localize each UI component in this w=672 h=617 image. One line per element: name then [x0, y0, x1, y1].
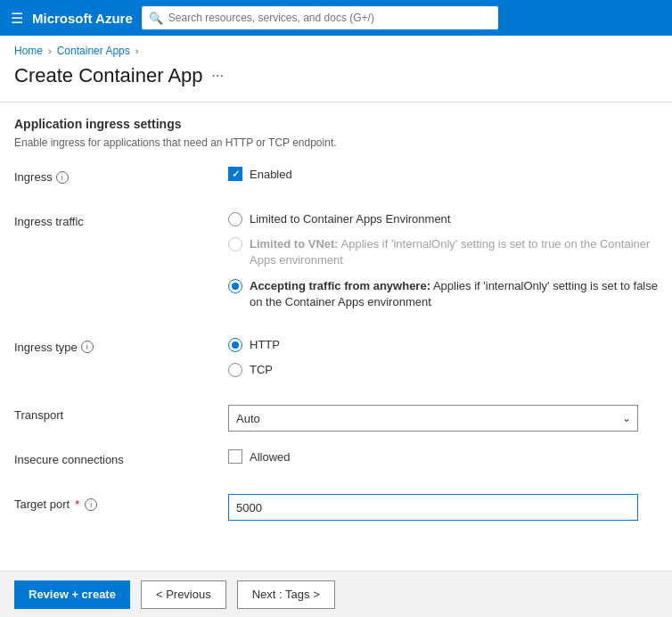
page-title: Create Container App [14, 64, 203, 87]
search-input[interactable] [168, 12, 491, 24]
hamburger-menu[interactable]: ☰ [11, 10, 23, 27]
target-port-info-icon[interactable]: i [85, 498, 97, 511]
target-port-control [228, 494, 658, 521]
top-navigation: ☰ Microsoft Azure 🔍 [0, 0, 672, 36]
type-tcp-option[interactable]: TCP [228, 362, 658, 378]
traffic-option2-label: Limited to VNet: Applies if 'internalOnl… [250, 236, 658, 268]
ingress-type-info-icon[interactable]: i [81, 341, 94, 353]
transport-select[interactable]: Auto HTTP/1 HTTP/2 GRPC [228, 405, 638, 432]
breadcrumb-sep1: › [48, 45, 52, 56]
type-http-option[interactable]: HTTP [228, 337, 658, 353]
ingress-traffic-control: Limited to Container Apps Environment Li… [228, 211, 658, 319]
ingress-enabled-row: Enabled [228, 167, 658, 181]
target-port-input[interactable] [228, 494, 638, 521]
main-content: Application ingress settings Enable ingr… [0, 117, 672, 521]
ingress-traffic-label: Ingress traffic [14, 211, 228, 228]
target-port-label: Target port * i [14, 494, 228, 511]
ingress-enabled-label: Enabled [250, 168, 292, 181]
app-title: Microsoft Azure [32, 11, 133, 26]
insecure-checkbox[interactable] [228, 449, 242, 464]
ingress-checkbox[interactable] [228, 167, 242, 181]
ingress-type-label: Ingress type i [14, 337, 228, 354]
traffic-option1[interactable]: Limited to Container Apps Environment [228, 211, 658, 227]
breadcrumb-sep2: › [135, 45, 139, 56]
required-star: * [75, 498, 79, 511]
ingress-row: Ingress i Enabled [14, 167, 658, 193]
traffic-radio3[interactable] [228, 279, 242, 293]
ingress-label: Ingress i [14, 167, 228, 184]
section-title: Application ingress settings [14, 117, 658, 131]
insecure-allowed-label: Allowed [250, 450, 291, 464]
type-http-label: HTTP [250, 337, 280, 353]
section-desc: Enable ingress for applications that nee… [14, 136, 658, 149]
traffic-option2: Limited to VNet: Applies if 'internalOnl… [228, 236, 658, 268]
divider [0, 102, 672, 103]
traffic-radio3-fill [232, 283, 239, 290]
traffic-option3-label: Accepting traffic from anywhere: Applies… [250, 278, 658, 310]
traffic-radio2[interactable] [228, 237, 242, 251]
breadcrumb: Home › Container Apps › [0, 36, 672, 61]
search-bar[interactable]: 🔍 [142, 6, 498, 29]
transport-select-wrapper: Auto HTTP/1 HTTP/2 GRPC ⌄ [228, 405, 638, 432]
insecure-label: Insecure connections [14, 449, 228, 466]
breadcrumb-container-apps[interactable]: Container Apps [57, 45, 130, 57]
insecure-control: Allowed [228, 449, 658, 464]
ingress-info-icon[interactable]: i [56, 171, 69, 184]
insecure-connections-row: Insecure connections Allowed [14, 449, 658, 476]
traffic-option3[interactable]: Accepting traffic from anywhere: Applies… [228, 278, 658, 310]
ingress-type-row: Ingress type i HTTP TCP [14, 337, 658, 387]
type-http-radio-fill [232, 341, 239, 349]
ingress-type-control: HTTP TCP [228, 337, 658, 387]
traffic-radio1[interactable] [228, 212, 242, 226]
ingress-control: Enabled [228, 167, 658, 181]
search-icon: 🔍 [149, 12, 163, 25]
type-tcp-radio[interactable] [228, 363, 242, 377]
page-title-row: Create Container App ··· [0, 61, 672, 98]
type-http-radio[interactable] [228, 338, 242, 352]
page-options-button[interactable]: ··· [212, 68, 224, 84]
ingress-traffic-row: Ingress traffic Limited to Container App… [14, 211, 658, 319]
insecure-checkbox-row: Allowed [228, 449, 658, 464]
transport-control: Auto HTTP/1 HTTP/2 GRPC ⌄ [228, 405, 658, 432]
type-tcp-label: TCP [250, 362, 273, 378]
transport-row: Transport Auto HTTP/1 HTTP/2 GRPC ⌄ [14, 405, 658, 432]
transport-label: Transport [14, 405, 228, 422]
breadcrumb-home[interactable]: Home [14, 45, 43, 57]
traffic-option1-label: Limited to Container Apps Environment [250, 211, 450, 227]
target-port-row: Target port * i [14, 494, 658, 521]
